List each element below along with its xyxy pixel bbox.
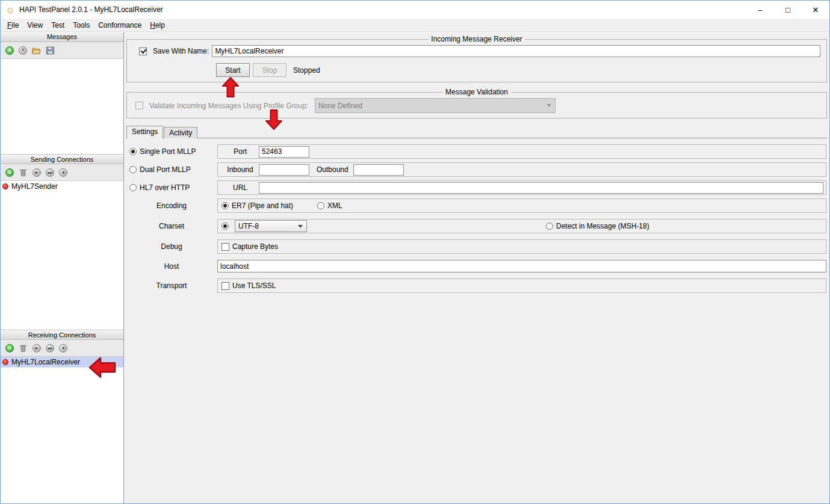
host-input[interactable] (217, 260, 826, 272)
start-sending-connection-button[interactable]: ▶ (33, 168, 41, 177)
http-row: HL7 over HTTP URL (126, 180, 828, 195)
start-button[interactable]: Start (216, 63, 250, 77)
capture-bytes-checkbox[interactable] (221, 243, 229, 251)
sending-connection-item[interactable]: MyHL7Sender (1, 181, 123, 192)
profile-group-select: None Defined (315, 98, 556, 113)
xml-label: XML (327, 201, 342, 210)
sending-connections-header: Sending Connections (1, 154, 123, 164)
menu-view[interactable]: View (23, 20, 47, 31)
window-controls: – □ ✕ (746, 1, 829, 19)
window-title: HAPI TestPanel 2.0.1 - MyHL7LocalReceive… (19, 5, 163, 14)
content-panel: Incoming Message Receiver Save With Name… (124, 32, 829, 503)
save-with-name-checkbox[interactable] (139, 48, 147, 55)
chevron-down-icon (298, 225, 303, 228)
incoming-message-receiver-group: Incoming Message Receiver Save With Name… (126, 39, 827, 82)
encoding-label: Encoding (156, 201, 187, 210)
host-row: Host (126, 260, 828, 272)
receiving-toolbar: + ▶ ▶▶ ■ (1, 340, 123, 357)
detect-label: Detect in Message (MSH-18) (556, 222, 649, 230)
http-radio[interactable] (129, 184, 137, 191)
sidebar: Messages + ✕ Sending (1, 32, 124, 503)
charset-frame: UTF-8 Detect in Message (MSH-18) (217, 219, 826, 233)
single-port-row: Single Port MLLP Port (126, 144, 828, 159)
validate-incoming-checkbox (135, 102, 143, 109)
connection-label: MyHL7LocalReceiver (11, 358, 80, 366)
message-validation-group: Message Validation Validate Incoming Mes… (126, 92, 827, 118)
start-receiving-connection-button[interactable]: ▶ (33, 344, 41, 352)
inbound-label: Inbound (221, 165, 259, 174)
group-title: Message Validation (442, 88, 511, 96)
url-frame: URL (217, 180, 826, 195)
app-window: ☺ HAPI TestPanel 2.0.1 - MyHL7LocalRecei… (0, 0, 830, 504)
maximize-button[interactable]: □ (774, 1, 802, 19)
group-title: Incoming Message Receiver (428, 35, 525, 43)
host-label: Host (164, 262, 179, 271)
stop-sending-connection-button[interactable]: ■ (59, 168, 67, 177)
tab-bar: Settings Activity (126, 126, 828, 138)
dual-port-option[interactable]: Dual Port MLLP (126, 165, 217, 174)
save-file-icon[interactable] (46, 46, 55, 55)
close-message-button[interactable]: ✕ (19, 46, 27, 55)
port-input[interactable] (259, 146, 309, 158)
tab-settings[interactable]: Settings (126, 126, 163, 138)
debug-row: Debug Capture Bytes (126, 239, 828, 254)
receiving-connections-list[interactable]: MyHL7LocalReceiver (1, 357, 123, 503)
menu-help[interactable]: Help (146, 20, 169, 31)
inbound-input[interactable] (259, 164, 309, 176)
close-button[interactable]: ✕ (802, 1, 829, 19)
delete-sending-connection-icon[interactable] (19, 168, 28, 177)
menu-tools[interactable]: Tools (69, 20, 94, 31)
single-port-option[interactable]: Single Port MLLP (126, 147, 217, 156)
detect-radio[interactable] (546, 223, 553, 230)
menu-test[interactable]: Test (47, 20, 69, 31)
start-all-receiving-button[interactable]: ▶▶ (46, 344, 54, 352)
menubar: File View Test Tools Conformance Help (1, 19, 829, 32)
port-label: Port (221, 147, 259, 156)
add-receiving-connection-button[interactable]: + (5, 344, 14, 352)
tab-activity[interactable]: Activity (164, 127, 197, 138)
charset-row: Charset UTF-8 Detect in Message (MSH-18 (126, 219, 828, 233)
receiver-name-input[interactable] (212, 45, 820, 57)
menu-conformance[interactable]: Conformance (94, 20, 146, 31)
xml-radio[interactable] (317, 202, 324, 209)
messages-header: Messages (1, 32, 123, 42)
minimize-button[interactable]: – (746, 1, 774, 19)
http-option[interactable]: HL7 over HTTP (126, 183, 217, 192)
outbound-input[interactable] (353, 164, 404, 176)
tls-checkbox[interactable] (221, 282, 229, 290)
validate-incoming-label: Validate Incoming Messages Using Profile… (149, 102, 308, 110)
profile-group-value: None Defined (318, 102, 362, 110)
sending-toolbar: + ▶ ▶▶ ■ (1, 164, 123, 181)
encoding-frame: ER7 (Pipe and hat) XML (217, 198, 826, 213)
detect-option[interactable]: Detect in Message (MSH-18) (546, 222, 649, 230)
single-port-radio[interactable] (129, 148, 137, 155)
open-file-icon[interactable] (32, 46, 41, 55)
capture-bytes-label: Capture Bytes (232, 242, 278, 251)
connection-status-stopped-icon (2, 183, 8, 189)
start-all-sending-button[interactable]: ▶▶ (46, 168, 54, 177)
encoding-row: Encoding ER7 (Pipe and hat) XML (126, 198, 828, 213)
single-port-label: Single Port MLLP (140, 147, 196, 156)
app-smiley-icon: ☺ (5, 5, 16, 14)
dual-port-label: Dual Port MLLP (140, 165, 191, 174)
stop-button: Stop (253, 63, 286, 77)
dual-port-radio[interactable] (129, 166, 137, 173)
save-with-name-label: Save With Name: (153, 47, 209, 55)
er7-radio[interactable] (221, 202, 229, 209)
port-frame: Port (217, 144, 826, 159)
add-message-button[interactable]: + (5, 46, 14, 55)
connection-label: MyHL7Sender (11, 182, 58, 191)
debug-label: Debug (161, 242, 182, 251)
url-input[interactable] (259, 182, 823, 194)
debug-frame: Capture Bytes (217, 239, 826, 254)
add-sending-connection-button[interactable]: + (5, 168, 14, 177)
menu-file[interactable]: File (3, 20, 23, 31)
charset-value: UTF-8 (238, 222, 259, 230)
charset-radio[interactable] (221, 223, 229, 230)
messages-list[interactable] (1, 59, 123, 154)
stop-receiving-connection-button[interactable]: ■ (59, 344, 67, 352)
sending-connections-list[interactable]: MyHL7Sender (1, 181, 123, 330)
delete-receiving-connection-icon[interactable] (19, 344, 28, 352)
receiving-connection-item-selected[interactable]: MyHL7LocalReceiver (1, 357, 123, 367)
charset-select[interactable]: UTF-8 (235, 220, 307, 232)
